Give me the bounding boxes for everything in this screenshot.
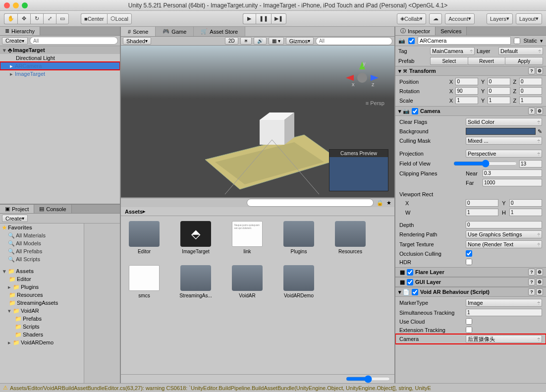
culling-mask-dropdown[interactable]: Mixed ... xyxy=(466,137,542,145)
gameobject-name-input[interactable] xyxy=(418,37,511,45)
rot-z-input[interactable] xyxy=(519,87,542,95)
folder-streaming[interactable]: 📁 StreamingAssets xyxy=(0,299,84,307)
target-texture-field[interactable]: None (Render Text xyxy=(466,240,542,248)
occlusion-toggle[interactable] xyxy=(466,250,472,257)
vp-h-input[interactable] xyxy=(509,209,542,216)
clear-flags-dropdown[interactable]: Solid Color xyxy=(466,118,542,126)
scl-y-input[interactable] xyxy=(488,97,510,104)
game-tab[interactable]: 🎮 Game xyxy=(156,27,194,36)
gear-icon[interactable]: ⚙ xyxy=(536,288,543,295)
eyedropper-icon[interactable]: ✎ xyxy=(538,128,542,135)
cloud-button[interactable]: ☁ xyxy=(429,13,442,24)
status-bar[interactable]: ⚠ Assets/Editor/VoidARBuildAssetBundleEd… xyxy=(0,383,546,392)
vp-w-input[interactable] xyxy=(466,209,498,216)
background-color-swatch[interactable] xyxy=(466,128,536,135)
scene-search-input[interactable] xyxy=(316,37,392,45)
gear-icon[interactable]: ⚙ xyxy=(536,67,543,74)
hierarchy-create-button[interactable]: Create ▾ xyxy=(2,37,28,45)
rect-tool[interactable]: ▭ xyxy=(56,13,69,24)
asset-folder[interactable]: VoidAR xyxy=(229,265,266,298)
fav-materials[interactable]: 🔍All Materials xyxy=(0,231,84,239)
favorites-header[interactable]: ★ Favorites xyxy=(0,224,84,231)
2d-toggle[interactable]: 2D xyxy=(225,37,238,45)
asset-file[interactable]: smcs xyxy=(126,265,163,298)
marker-type-dropdown[interactable]: Image xyxy=(466,299,542,307)
fav-models[interactable]: 🔍All Models xyxy=(0,239,84,247)
account-button[interactable]: Account ▾ xyxy=(445,13,475,24)
folder-shaders[interactable]: 📁 Shaders xyxy=(0,331,84,338)
fav-prefabs[interactable]: 🔍All Prefabs xyxy=(0,247,84,255)
lighting-toggle[interactable]: ☀ xyxy=(240,37,252,45)
scl-z-input[interactable] xyxy=(519,97,542,104)
play-button[interactable]: ▶ xyxy=(243,13,256,24)
hierarchy-item-light[interactable]: Directional Light xyxy=(0,54,120,62)
move-tool[interactable]: ✥ xyxy=(17,13,30,24)
rendering-path-dropdown[interactable]: Use Graphics Settings xyxy=(466,230,542,238)
help-icon[interactable]: ? xyxy=(528,67,535,74)
asset-size-slider[interactable] xyxy=(346,376,390,382)
asset-scene[interactable]: ⬘ImageTarget xyxy=(177,221,214,254)
hierarchy-item-imagetarget[interactable]: ▸ImageTarget xyxy=(0,70,120,78)
scene-gizmo-icon[interactable]: x y z xyxy=(345,60,380,95)
asset-folder[interactable]: VoidARDemo xyxy=(280,265,317,298)
pos-x-input[interactable] xyxy=(455,78,478,85)
layers-button[interactable]: Layers ▾ xyxy=(487,13,513,24)
flare-enable-toggle[interactable] xyxy=(407,269,413,276)
scene-tab[interactable]: # Scene xyxy=(121,27,156,36)
gear-icon[interactable]: ⚙ xyxy=(536,108,543,114)
scale-tool[interactable]: ⤢ xyxy=(43,13,56,24)
project-create-button[interactable]: Create ▾ xyxy=(2,215,28,222)
help-icon[interactable]: ? xyxy=(528,269,535,276)
scl-x-input[interactable] xyxy=(455,97,478,104)
hdr-toggle[interactable] xyxy=(466,259,472,265)
services-tab[interactable]: Services xyxy=(436,27,467,35)
active-toggle[interactable] xyxy=(408,38,415,44)
use-cloud-toggle[interactable] xyxy=(466,318,472,325)
hierarchy-item-arcamera[interactable]: ▸ARCamera xyxy=(0,62,120,70)
folder-scripts[interactable]: 📁 Scripts xyxy=(0,323,84,331)
console-tab[interactable]: ▤ Console xyxy=(34,205,71,213)
camera-select-dropdown[interactable]: 后置摄像头 xyxy=(466,335,542,343)
shading-mode-button[interactable]: Shaded ▾ xyxy=(123,37,151,45)
assets-breadcrumb[interactable]: Assets ▸ xyxy=(121,207,394,216)
camera-enable-toggle[interactable] xyxy=(412,108,418,114)
asset-store-tab[interactable]: 🛒 Asset Store xyxy=(194,27,245,36)
inspector-tab[interactable]: ⓘ Inspector xyxy=(395,27,436,35)
gear-icon[interactable]: ⚙ xyxy=(536,269,543,276)
audio-toggle[interactable]: 🔊 xyxy=(254,37,267,45)
pause-button[interactable]: ❚❚ xyxy=(256,13,271,24)
vp-y-input[interactable] xyxy=(509,199,542,207)
help-icon[interactable]: ? xyxy=(528,108,535,114)
folder-resources[interactable]: 📁 Resources xyxy=(0,291,84,299)
hierarchy-tab[interactable]: ≣ Hierarchy xyxy=(0,27,40,35)
hierarchy-search-input[interactable] xyxy=(30,37,118,45)
voidar-header[interactable]: ▾ 📄 Void AR Behaviour (Script) ?⚙ xyxy=(395,287,546,297)
voidar-enable-toggle[interactable] xyxy=(412,289,418,295)
step-button[interactable]: ▶❚ xyxy=(271,13,286,24)
fav-scripts[interactable]: 🔍All Scripts xyxy=(0,255,84,263)
help-icon[interactable]: ? xyxy=(528,279,535,285)
rotate-tool[interactable]: ↻ xyxy=(30,13,43,24)
scene-viewport[interactable]: x y z ≡ Persp Camera Preview xyxy=(121,46,394,197)
static-toggle[interactable] xyxy=(514,38,520,44)
gear-icon[interactable]: ⚙ xyxy=(536,279,543,285)
pos-z-input[interactable] xyxy=(519,78,542,85)
projection-dropdown[interactable]: Perspective xyxy=(466,150,542,158)
maximize-icon[interactable] xyxy=(22,2,28,8)
asset-file[interactable]: Neque porro quisquam est qui dolorem.lin… xyxy=(229,221,266,254)
fx-toggle[interactable]: ▦ ▾ xyxy=(269,37,284,45)
asset-folder[interactable]: Editor xyxy=(126,221,163,254)
asset-folder[interactable]: Plugins xyxy=(280,221,317,254)
pivot-center-button[interactable]: ■ Center xyxy=(81,13,107,24)
asset-folder[interactable]: StreamingAs... xyxy=(177,265,214,298)
help-icon[interactable]: ? xyxy=(528,288,535,295)
pos-y-input[interactable] xyxy=(488,78,510,85)
folder-voidardemo[interactable]: ▸📁 VoidARDemo xyxy=(0,338,84,346)
gui-layer-header[interactable]: ▦ GUI Layer ?⚙ xyxy=(395,277,546,287)
fov-slider[interactable] xyxy=(453,160,517,168)
near-input[interactable] xyxy=(483,169,542,177)
pivot-local-button[interactable]: ⬡ Local xyxy=(107,13,132,24)
gizmos-button[interactable]: Gizmos ▾ xyxy=(286,37,314,45)
project-tab[interactable]: ▣ Project xyxy=(0,205,34,213)
collab-button[interactable]: ◈ Collab ▾ xyxy=(397,13,426,24)
